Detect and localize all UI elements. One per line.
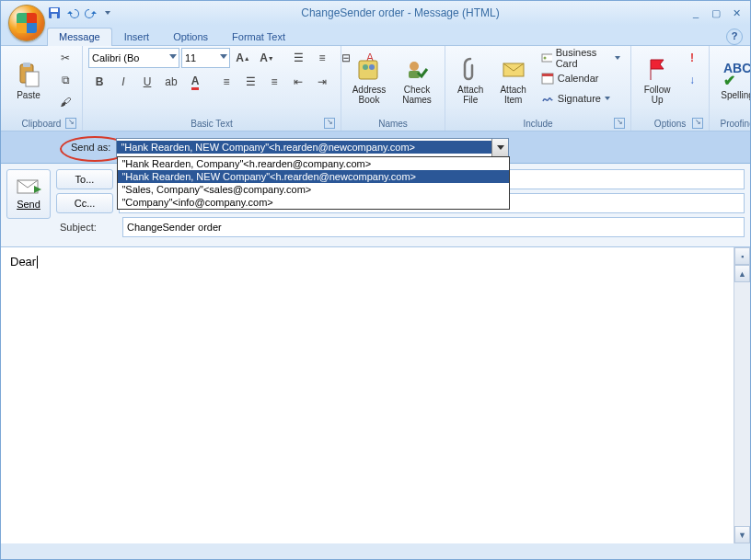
numbering-icon[interactable]: ≡ [311, 48, 333, 68]
high-importance-icon[interactable]: ! [681, 48, 703, 68]
calendar-menu[interactable]: Calendar [537, 68, 625, 88]
undo-icon[interactable] [65, 6, 80, 20]
highlight-icon[interactable]: ab [160, 72, 182, 92]
business-card-icon [541, 51, 552, 64]
group-basic-text: Calibri (Bo 11 A▲ A▼ ☰ ≡ ⊟ A B I U ab A [83, 46, 341, 131]
group-names: AddressBook CheckNames Names [341, 46, 445, 131]
redo-icon[interactable] [84, 6, 98, 20]
attach-item-button[interactable]: AttachItem [493, 48, 532, 112]
signature-icon [541, 92, 554, 105]
send-as-option[interactable]: "Hank Rearden, Company"<h.rearden@compan… [118, 157, 509, 170]
align-right-icon[interactable]: ≡ [263, 72, 285, 92]
cut-icon[interactable]: ✂ [54, 48, 76, 68]
spelling-button[interactable]: ABC✔ Spelling [715, 48, 751, 112]
font-size-combo[interactable]: 11 [181, 48, 230, 68]
attach-file-button[interactable]: AttachFile [451, 48, 490, 112]
svg-point-7 [363, 64, 368, 70]
send-as-option[interactable]: "Company"<info@company.com> [118, 196, 509, 209]
message-body[interactable]: Dear [1, 247, 750, 276]
group-proofing: ABC✔ Spelling Proofing [710, 46, 751, 131]
cc-button[interactable]: Cc... [56, 193, 113, 213]
help-icon[interactable]: ? [726, 29, 743, 45]
send-as-combo[interactable]: "Hank Rearden, NEW Company"<h.rearden@ne… [116, 138, 509, 157]
increase-indent-icon[interactable]: ⇥ [311, 72, 333, 92]
shrink-font-icon[interactable]: A▼ [256, 48, 278, 68]
bullets-icon[interactable]: ☰ [287, 48, 309, 68]
spelling-label: Spelling [721, 90, 751, 100]
bold-icon[interactable]: B [88, 72, 110, 92]
scroll-track[interactable] [734, 279, 750, 528]
paste-button[interactable]: Paste [6, 48, 51, 112]
minimize-button[interactable]: _ [687, 6, 704, 19]
tab-format-text[interactable]: Format Text [220, 28, 297, 46]
send-icon [16, 178, 41, 197]
check-names-label: CheckNames [402, 85, 432, 105]
address-book-button[interactable]: AddressBook [347, 48, 391, 112]
attach-file-label: AttachFile [457, 85, 483, 105]
title-bar: ChangeSender order - Message (HTML) _ ▢ … [1, 1, 750, 25]
to-button[interactable]: To... [56, 169, 113, 189]
send-as-option[interactable]: "Sales, Company"<sales@company.com> [118, 183, 509, 196]
font-name-value: Calibri (Bo [92, 52, 139, 63]
send-as-dropdown-button[interactable] [491, 139, 508, 156]
tab-insert[interactable]: Insert [112, 28, 162, 46]
office-button[interactable] [8, 5, 45, 41]
italic-icon[interactable]: I [112, 72, 134, 92]
copy-icon[interactable]: ⧉ [54, 70, 76, 90]
font-color-icon[interactable]: A [184, 72, 206, 92]
svg-rect-2 [52, 14, 57, 18]
close-button[interactable]: ✕ [728, 6, 745, 19]
follow-up-button[interactable]: FollowUp [637, 48, 677, 112]
group-label-include: Include↘ [451, 118, 625, 131]
address-book-icon [356, 57, 382, 83]
subject-label: Subject: [56, 222, 117, 233]
address-book-label: AddressBook [352, 85, 387, 105]
tab-message[interactable]: Message [47, 28, 112, 46]
decrease-indent-icon[interactable]: ⇤ [287, 72, 309, 92]
chevron-down-icon [497, 145, 504, 150]
tab-options[interactable]: Options [161, 28, 220, 46]
save-icon[interactable] [47, 6, 62, 20]
group-clipboard: Paste ✂ ⧉ 🖌 Clipboard↘ [1, 46, 83, 131]
scroll-down-icon[interactable]: ▼ [734, 526, 750, 543]
business-card-menu[interactable]: Business Card [537, 48, 625, 68]
clipboard-dialog-launcher[interactable]: ↘ [65, 118, 76, 129]
underline-icon[interactable]: U [136, 72, 158, 92]
svg-rect-5 [26, 72, 39, 86]
subject-field[interactable] [122, 217, 745, 237]
basic-text-dialog-launcher[interactable]: ↘ [324, 118, 335, 129]
maximize-button[interactable]: ▢ [708, 6, 724, 19]
group-label-proofing: Proofing [715, 118, 751, 131]
group-label-options: Options↘ [637, 118, 703, 131]
svg-point-9 [410, 62, 419, 71]
low-importance-icon[interactable]: ↓ [681, 70, 703, 90]
font-name-combo[interactable]: Calibri (Bo [88, 48, 179, 68]
follow-up-flag-icon [644, 57, 670, 83]
send-button[interactable]: Send [6, 169, 51, 219]
ribbon-tabs: Message Insert Options Format Text ? [1, 25, 750, 46]
grow-font-icon[interactable]: A▲ [232, 48, 254, 68]
format-painter-icon[interactable]: 🖌 [54, 92, 76, 112]
spelling-icon: ABC✔ [724, 63, 750, 88]
calendar-icon [541, 72, 554, 85]
qat-dropdown-icon[interactable] [102, 5, 113, 21]
align-left-icon[interactable]: ≡ [215, 72, 237, 92]
message-body-area: Dear ▪ ▲ ▼ [1, 246, 750, 543]
send-as-option[interactable]: "Hank Rearden, NEW Company"<h.rearden@ne… [118, 170, 509, 183]
scroll-options-icon[interactable]: ▪ [734, 247, 750, 265]
vertical-scrollbar[interactable]: ▪ ▲ ▼ [734, 247, 750, 543]
attach-item-icon [501, 57, 526, 83]
send-as-selected: "Hank Rearden, NEW Company"<h.rearden@ne… [117, 141, 491, 154]
include-dialog-launcher[interactable]: ↘ [614, 118, 625, 129]
group-include: AttachFile AttachItem Business Card Cale… [445, 46, 631, 131]
options-dialog-launcher[interactable]: ↘ [692, 118, 703, 129]
paste-icon [16, 63, 41, 88]
send-as-dropdown-list: "Hank Rearden, Company"<h.rearden@compan… [117, 156, 510, 210]
send-as-label: Send as: [71, 142, 110, 153]
align-center-icon[interactable]: ☰ [239, 72, 261, 92]
outlook-compose-window: ChangeSender order - Message (HTML) _ ▢ … [0, 0, 751, 560]
group-label-basic-text: Basic Text↘ [88, 118, 335, 131]
send-label: Send [17, 199, 40, 210]
check-names-button[interactable]: CheckNames [395, 48, 439, 112]
signature-menu[interactable]: Signature [537, 88, 625, 109]
